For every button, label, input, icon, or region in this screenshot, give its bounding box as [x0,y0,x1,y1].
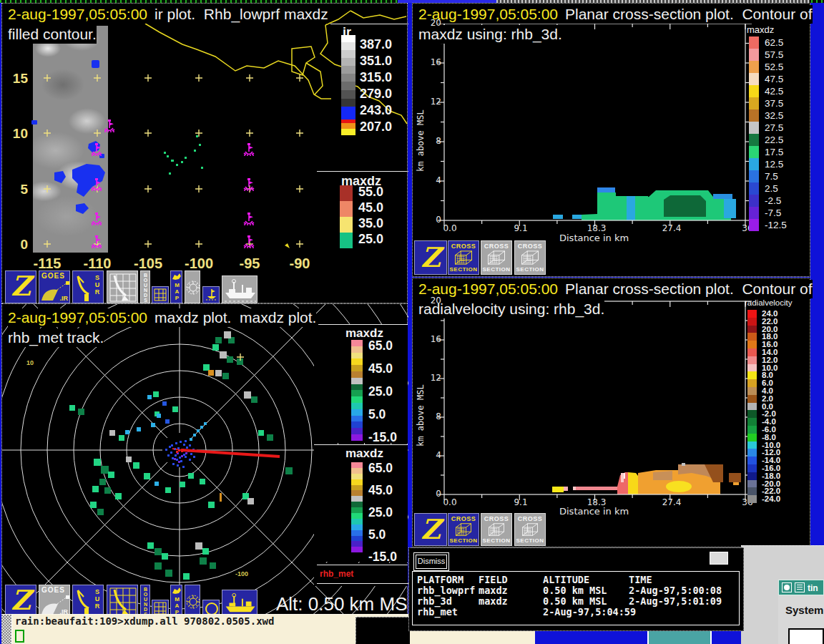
zebra-logo-button[interactable]: Z [5,270,36,303]
altitude-readout: Alt: 0.50 km MSL [276,593,418,615]
surveillance-radar-button[interactable]: SUR [72,270,104,303]
wind-glyph [285,243,290,248]
gear-icon [185,280,200,296]
tl-title-line2: filled contour. [8,25,97,44]
radar-grid-button[interactable] [107,270,138,303]
tr-colorbar-title: maxdz [747,24,774,35]
x-axis-label: Distance in km [559,506,629,517]
lon-label: -105 [127,255,170,272]
zebra-logo-button[interactable]: Z [5,585,36,617]
cross-section-button-1[interactable]: CROSS SECTION [448,513,479,546]
radialvelocity-contours [552,463,741,494]
desktop-top-blue [398,0,496,3]
goes-ir-button[interactable]: GOES .IR [39,585,70,617]
cube-icon [486,522,507,537]
ship-button[interactable] [222,590,258,617]
cube-icon [453,250,474,266]
bounds-button[interactable]: BOUNDS [140,270,150,303]
small-grid-button[interactable] [152,286,169,303]
maxdz-colorbar-separator [317,171,408,172]
system-window[interactable]: tin System [778,580,824,644]
window-xsection-maxdz[interactable]: 2-aug-1997,05:05:00Planar cross-section … [412,3,810,277]
lon-label: -100 [177,255,220,272]
desktop-top-strip [0,0,824,3]
lon-label: -95 [228,255,271,272]
cross-section-button-1[interactable]: CROSS SECTION [448,240,479,275]
x-tick: 27.4 [656,223,687,233]
y-tick: 12 [421,373,441,383]
cross-section-button-2[interactable]: CROSS SECTION [481,240,512,275]
window-iconify-icon[interactable] [795,582,805,592]
y-axis-label: km above MSL [416,384,426,447]
sur-label: SUR [94,274,100,296]
lat-label: 0 [6,237,28,253]
lat-label: 15 [6,71,28,87]
bounds-button[interactable]: BOUNDS [140,585,150,617]
map-icon [172,273,182,281]
br-title-line1: 2-aug-1997,05:05:00Planar cross-section … [418,280,813,298]
zebra-logo-button[interactable]: Z [414,513,447,546]
tl-title-line1: 2-aug-1997,05:05:00ir plot. Rhb_lowprf m… [8,5,328,24]
x-tick: 27.4 [656,497,687,507]
radar-grid-button[interactable] [107,585,138,617]
br-colorbar-labels: 24.022.020.018.016.014.012.010.08.06.04.… [762,310,780,503]
tl-timestamp: 2-aug-1997,05:05:00 [8,6,147,22]
goes-label: GOES [41,272,65,280]
desktop: { "windows": { "tl": { "time": "2-aug-19… [0,0,824,644]
track-legend: rhb_met [314,563,408,586]
y-tick: 16 [421,57,441,67]
system-label: System [785,604,823,616]
map-button[interactable]: MAP [170,585,182,617]
grid-icon [153,601,167,615]
zebra-z-icon: Z [6,585,36,615]
bl-title-line1: 2-aug-1997,05:05:00maxdz plot. maxdz plo… [8,308,316,327]
cross-section-button-3[interactable]: CROSS SECTION [514,240,546,275]
track-platform-label: rhb_met [320,569,353,579]
system-window-titlebar[interactable]: tin [778,580,824,595]
radar-dish-icon [74,586,93,617]
bl-colorbar1: maxdz 65.045.025.05.0-15.0 [314,324,408,443]
window-radar-ppi[interactable]: 2-aug-1997,05:05:00maxdz plot. maxdz plo… [1,303,408,618]
zebra-logo-button[interactable]: Z [414,240,447,275]
map-label: MAP [174,282,180,301]
maxdz-colorbar-strip [340,185,353,248]
tr-colorbar-strip [749,36,759,231]
window-ir-map[interactable]: 2-aug-1997,05:05:00ir plot. Rhb_lowprf m… [1,3,408,303]
cross-section-button-2[interactable]: CROSS SECTION [481,513,512,546]
tr-title-line1: 2-aug-1997,05:05:00Planar cross-section … [418,5,813,24]
window-xsection-radialvelocity[interactable]: 2-aug-1997,05:05:00Planar cross-section … [412,278,810,547]
gear-button[interactable] [185,585,200,617]
desktop-teal-fragment [647,631,712,644]
terminal-cursor [15,630,24,643]
y-tick: 16 [421,334,441,344]
y-tick: 20 [421,296,441,306]
platform-status-table: PLATFORMFIELDALTITUDETIMErhb_lowprfmaxdz… [412,571,740,625]
xterm-scrollbar[interactable] [1,615,12,644]
br-colorbar-title: radialvelocity [745,298,792,307]
rhb-met-track-line [181,450,280,457]
gear-button[interactable] [185,270,200,303]
goes-ir-button[interactable]: GOES .IR [39,270,70,303]
zebra-z-icon: Z [6,271,36,301]
table-row: rhb_lowprfmaxdz0.50 km MSL2-Aug-97,5:00:… [416,585,739,595]
map-button[interactable]: MAP [170,270,182,303]
ship-button[interactable] [222,275,258,303]
window-menu-icon[interactable] [782,582,792,592]
ir-colorbar-separator [330,24,408,24]
zebra-z-icon: Z [415,241,446,274]
lon-label: -90 [278,255,321,272]
cross-section-button-3[interactable]: CROSS SECTION [514,513,546,546]
radar-dish-icon [74,272,93,303]
bl-title-line2: rhb_met track. [8,328,104,347]
goes-label: GOES [41,586,65,594]
bl-colorbar2: maxdz 65.045.025.05.0-15.0 [314,444,408,562]
buoy-button[interactable] [202,286,220,303]
surveillance-radar-button[interactable]: SUR [72,585,104,617]
maxdz-echo-specks [164,135,203,175]
data-status-popup[interactable]: Dismiss PLATFORMFIELDALTITUDETIMErhb_low… [408,547,744,631]
br-timestamp: 2-aug-1997,05:05:00 [418,280,558,297]
range-ring-label: 10 [26,359,34,366]
dismiss-button[interactable]: Dismiss [413,552,449,571]
table-row: rhb_met2-Aug-97,5:04:59 [416,606,739,617]
zebra-z-icon: Z [415,514,446,545]
